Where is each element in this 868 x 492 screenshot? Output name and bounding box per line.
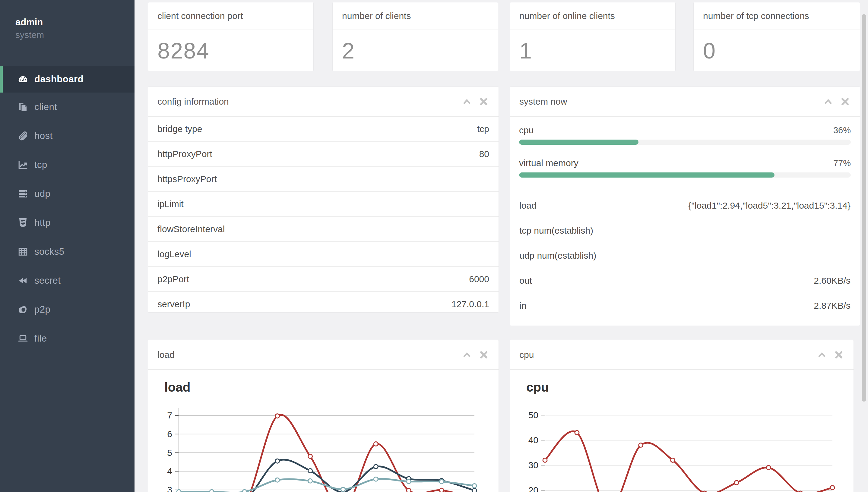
sidebar-item-dashboard[interactable]: dashboard (0, 66, 135, 93)
row-label: httpsProxyPort (158, 174, 217, 184)
row-label: ipLimit (158, 199, 184, 209)
sidebar-item-p2p[interactable]: p2p (0, 295, 135, 324)
row-value: 127.0.0.1 (452, 299, 489, 309)
row-value: 80 (479, 149, 489, 159)
row-label: in (520, 300, 526, 311)
p2p-icon (16, 303, 29, 316)
sidebar-item-client[interactable]: client (0, 93, 135, 122)
row-label: bridge type (158, 124, 202, 134)
system-row: tcp num(establish) (510, 218, 860, 243)
stat-card-client-port: client connection port 8284 (148, 2, 313, 71)
row-label: httpProxyPort (158, 149, 212, 159)
meter-label: virtual memory (519, 158, 578, 168)
row-label: tcp num(establish) (520, 225, 593, 236)
card-value: 1 (510, 30, 675, 64)
config-row: serverIp127.0.0.1 (148, 292, 499, 316)
sidebar-item-http[interactable]: http (0, 208, 135, 237)
sidebar-item-file[interactable]: file (0, 324, 135, 353)
cpu-chart-panel: cpu cpu 50403020 (510, 340, 853, 492)
system-now-panel: system now cpu 36% virtual memory 77% (510, 87, 860, 326)
laptop-icon (16, 332, 29, 345)
row-value: 6000 (469, 274, 489, 284)
load-chart-panel: load load 76543 (148, 340, 499, 492)
sidebar-item-label: http (34, 217, 51, 228)
row-label: serverIp (158, 299, 190, 309)
progress-track (519, 140, 851, 145)
close-icon[interactable] (841, 97, 850, 106)
config-row: httpProxyPort80 (148, 142, 499, 167)
sidebar-item-socks5[interactable]: socks5 (0, 237, 135, 266)
sidebar-item-label: dashboard (34, 74, 83, 85)
svg-text:40: 40 (528, 435, 538, 445)
stat-card-online-clients: number of online clients 1 (510, 2, 675, 71)
system-row: out2.60KB/s (510, 268, 860, 293)
config-row: p2pPort6000 (148, 267, 499, 292)
config-row: logLevel (148, 242, 499, 267)
stat-card-clients: number of clients 2 (333, 2, 498, 71)
chevron-up-icon[interactable] (824, 97, 833, 106)
sidebar-item-host[interactable]: host (0, 122, 135, 150)
html5-icon (16, 216, 29, 229)
row-value: {"load1":2.94,"load5":3.21,"load15":3.14… (688, 200, 850, 211)
client-icon (16, 100, 29, 114)
backward-icon (16, 274, 29, 287)
row-label: udp num(establish) (520, 250, 596, 261)
config-row: ipLimit (148, 192, 499, 217)
row-label: logLevel (158, 249, 191, 259)
card-title: number of clients (342, 11, 411, 21)
row-value: 2.87KB/s (814, 300, 850, 311)
dashboard-page: admin system dashboard client host (0, 0, 868, 492)
meter-label: cpu (519, 125, 533, 136)
sidebar-item-label: client (34, 102, 57, 113)
svg-text:20: 20 (528, 485, 538, 492)
panel-title: system now (520, 96, 567, 107)
config-information-panel: config information bridge typetcp httpPr… (148, 87, 499, 312)
config-row: httpsProxyPort (148, 167, 499, 192)
sidebar-item-secret[interactable]: secret (0, 266, 135, 295)
sidebar-item-label: socks5 (34, 246, 64, 257)
progress-track (519, 172, 851, 177)
chevron-up-icon[interactable] (462, 97, 472, 106)
vertical-scrollbar-thumb[interactable] (862, 14, 866, 401)
card-title: client connection port (158, 11, 243, 21)
server-icon (16, 187, 29, 200)
config-rows: bridge typetcp httpProxyPort80 httpsProx… (148, 117, 499, 316)
row-value: tcp (477, 124, 489, 134)
progress-fill (519, 172, 774, 177)
meter-percent: 36% (833, 125, 851, 136)
svg-text:5: 5 (167, 448, 172, 458)
config-row: bridge typetcp (148, 117, 499, 142)
dashboard-icon (16, 73, 29, 86)
paperclip-icon (16, 129, 29, 143)
close-icon[interactable] (479, 97, 488, 106)
svg-text:30: 30 (528, 460, 538, 470)
config-row: flowStoreInterval (148, 217, 499, 242)
row-value: 2.60KB/s (814, 275, 850, 286)
sidebar-brand: admin system (0, 0, 135, 41)
svg-text:3: 3 (167, 485, 172, 492)
sidebar-item-label: udp (34, 189, 50, 199)
sidebar-item-label: p2p (34, 304, 50, 315)
sidebar-item-label: secret (34, 275, 61, 286)
row-label: load (520, 200, 536, 211)
sidebar-item-udp[interactable]: udp (0, 179, 135, 208)
svg-text:4: 4 (167, 466, 172, 476)
system-row: udp num(establish) (510, 243, 860, 268)
system-row: in2.87KB/s (510, 293, 860, 318)
sidebar-item-label: file (34, 333, 47, 344)
user-name: admin (16, 16, 135, 29)
system-rows: load{"load1":2.94,"load5":3.21,"load15":… (510, 193, 860, 318)
sidebar-item-label: tcp (34, 159, 47, 170)
sidebar-item-tcp[interactable]: tcp (0, 150, 135, 179)
row-label: p2pPort (158, 274, 189, 284)
system-row: load{"load1":2.94,"load5":3.21,"load15":… (510, 193, 860, 218)
card-value: 8284 (148, 30, 313, 64)
sidebar-item-label: host (34, 130, 53, 141)
user-role: system (16, 29, 135, 41)
svg-text:50: 50 (528, 410, 538, 420)
card-title: number of online clients (520, 11, 615, 21)
svg-text:7: 7 (167, 410, 172, 420)
card-value: 2 (333, 30, 498, 64)
svg-text:6: 6 (167, 429, 172, 439)
row-label: out (520, 275, 532, 286)
